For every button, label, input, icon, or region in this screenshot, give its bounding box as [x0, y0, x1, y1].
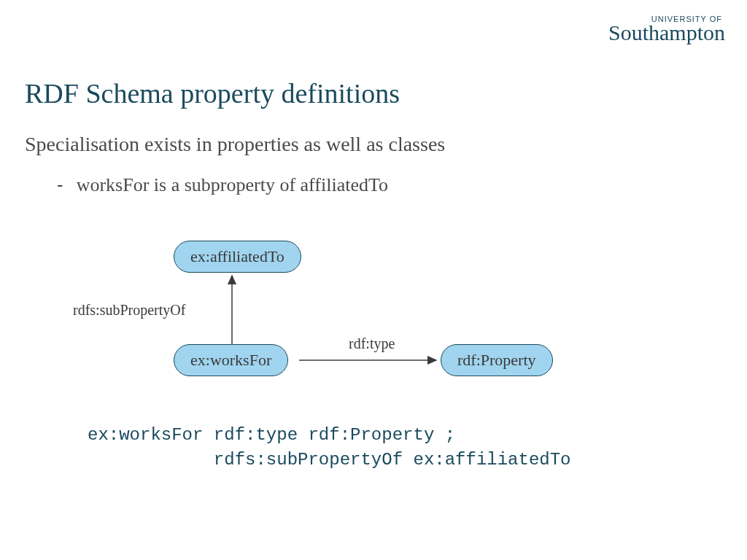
bullet-marker: - [57, 174, 63, 196]
edge-label-subpropertyof: rdfs:subPropertyOf [73, 302, 185, 319]
node-rdf-property: rdf:Property [441, 344, 553, 376]
logo-wordmark: Southampton [608, 20, 725, 45]
slide-title: RDF Schema property definitions [25, 77, 400, 109]
node-worksfor: ex:worksFor [174, 344, 288, 376]
slide-subtitle: Specialisation exists in properties as w… [25, 133, 445, 156]
bullet-text: worksFor is a subproperty of affiliatedT… [77, 174, 388, 196]
turtle-code-block: ex:worksFor rdf:type rdf:Property ; rdfs… [88, 423, 571, 472]
bullet-item: - worksFor is a subproperty of affiliate… [57, 174, 388, 196]
node-affiliatedto: ex:affiliatedTo [174, 241, 301, 273]
edge-label-rdftype: rdf:type [349, 335, 395, 352]
rdf-diagram: ex:affiliatedTo ex:worksFor rdf:Property… [73, 233, 598, 401]
university-logo: UNIVERSITY OF Southampton [608, 15, 725, 45]
